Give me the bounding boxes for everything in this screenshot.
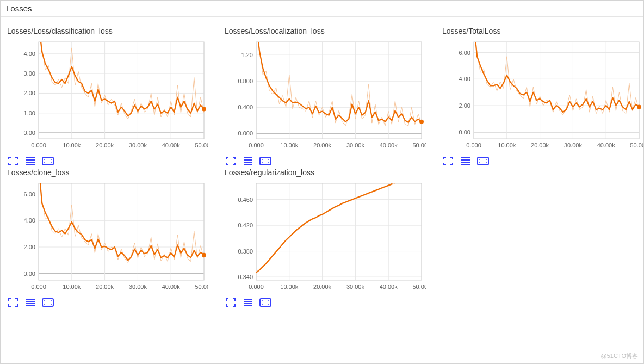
panel-classification: Losses/Loss/classification_loss0.001.002…: [7, 27, 214, 166]
svg-text:0.340: 0.340: [238, 274, 253, 280]
fit-icon[interactable]: [42, 298, 54, 307]
svg-text:0.420: 0.420: [238, 222, 253, 229]
panel-title: Losses/Loss/classification_loss: [7, 27, 214, 35]
svg-point-158: [268, 300, 269, 301]
svg-point-30: [44, 159, 45, 160]
svg-text:6.00: 6.00: [24, 191, 35, 198]
svg-point-129: [51, 304, 52, 305]
svg-text:40.00k: 40.00k: [597, 142, 616, 149]
expand-icon[interactable]: [225, 298, 237, 307]
svg-text:40.00k: 40.00k: [162, 283, 181, 290]
svg-text:20.00k: 20.00k: [96, 142, 114, 149]
svg-text:4.00: 4.00: [24, 217, 35, 224]
svg-text:3.00: 3.00: [24, 70, 35, 77]
svg-text:20.00k: 20.00k: [313, 283, 332, 290]
section-title[interactable]: Losses: [1, 1, 643, 17]
svg-text:0.00: 0.00: [24, 270, 35, 277]
svg-text:10.00k: 10.00k: [63, 142, 81, 149]
chart-toolbar: [7, 156, 214, 166]
list-icon[interactable]: [242, 156, 254, 166]
svg-text:50.00k: 50.00k: [195, 142, 208, 149]
svg-text:40.00k: 40.00k: [380, 142, 398, 149]
svg-point-128: [44, 304, 45, 305]
svg-rect-125: [42, 299, 53, 306]
svg-point-97: [486, 162, 487, 163]
svg-text:2.00: 2.00: [24, 90, 35, 96]
svg-text:30.00k: 30.00k: [564, 142, 583, 149]
svg-point-96: [479, 162, 480, 163]
chart-cloneloss[interactable]: 0.002.004.006.000.00010.00k20.00k30.00k4…: [7, 180, 208, 294]
chart-toolbar: [225, 298, 431, 307]
fit-icon[interactable]: [477, 156, 489, 166]
expand-icon[interactable]: [7, 156, 19, 166]
svg-text:50.00k: 50.00k: [412, 283, 426, 290]
svg-text:1.20: 1.20: [242, 52, 253, 58]
svg-point-32: [44, 162, 45, 163]
svg-text:1.00: 1.00: [24, 110, 35, 116]
svg-text:10.00k: 10.00k: [498, 142, 516, 149]
svg-rect-23: [39, 42, 204, 139]
svg-point-95: [486, 159, 487, 160]
svg-text:20.00k: 20.00k: [531, 142, 549, 149]
chart-totalloss[interactable]: 0.002.004.006.000.00010.00k20.00k30.00k4…: [442, 39, 643, 153]
chart-toolbar: [442, 156, 644, 166]
svg-text:30.00k: 30.00k: [129, 283, 147, 290]
svg-text:20.00k: 20.00k: [313, 142, 332, 149]
svg-text:30.00k: 30.00k: [129, 142, 147, 149]
list-icon[interactable]: [460, 156, 472, 166]
list-icon[interactable]: [24, 298, 36, 307]
svg-text:2.00: 2.00: [24, 244, 35, 250]
svg-text:10.00k: 10.00k: [280, 283, 299, 290]
svg-text:30.00k: 30.00k: [346, 283, 365, 290]
svg-rect-29: [42, 157, 53, 165]
svg-text:30.00k: 30.00k: [346, 142, 365, 149]
svg-text:0.000: 0.000: [249, 142, 264, 149]
svg-text:10.00k: 10.00k: [280, 142, 299, 149]
chart-localization[interactable]: 0.0000.4000.8001.200.00010.00k20.00k30.0…: [225, 39, 426, 153]
svg-text:0.800: 0.800: [238, 78, 253, 84]
expand-icon[interactable]: [225, 156, 237, 166]
expand-icon[interactable]: [7, 298, 19, 307]
fit-icon[interactable]: [259, 298, 271, 307]
svg-point-31: [51, 159, 52, 160]
list-icon[interactable]: [24, 156, 36, 166]
chart-regloss[interactable]: 0.3400.3800.4200.4600.00010.00k20.00k30.…: [225, 180, 426, 294]
svg-text:40.00k: 40.00k: [380, 283, 398, 290]
svg-point-64: [262, 162, 263, 163]
fit-icon[interactable]: [42, 156, 54, 166]
svg-rect-156: [260, 299, 271, 306]
svg-point-24: [202, 107, 206, 112]
svg-text:6.00: 6.00: [459, 50, 470, 56]
panel-grid: Losses/Loss/classification_loss0.001.002…: [1, 17, 643, 307]
chart-classification[interactable]: 0.001.002.003.004.000.00010.00k20.00k30.…: [7, 39, 208, 153]
svg-text:0.460: 0.460: [238, 196, 253, 203]
panel-title: Losses/clone_loss: [7, 168, 214, 177]
svg-point-94: [479, 159, 480, 160]
svg-point-33: [51, 162, 52, 163]
svg-point-56: [419, 120, 424, 124]
chart-toolbar: [225, 156, 431, 166]
svg-text:50.00k: 50.00k: [412, 142, 426, 149]
svg-point-126: [44, 300, 45, 301]
svg-point-65: [268, 162, 269, 163]
expand-icon[interactable]: [442, 156, 454, 166]
svg-point-160: [268, 304, 269, 305]
svg-point-157: [262, 300, 263, 301]
svg-point-62: [262, 159, 263, 160]
panel-localization: Losses/Loss/localization_loss0.0000.4000…: [225, 27, 431, 166]
fit-icon[interactable]: [259, 156, 271, 166]
watermark: @51CTO博客: [601, 352, 638, 360]
svg-point-159: [262, 304, 263, 305]
svg-text:0.000: 0.000: [31, 142, 46, 149]
dashboard-page: Losses Losses/Loss/classification_loss0.…: [0, 0, 644, 364]
panel-title: Losses/TotalLoss: [442, 27, 644, 35]
svg-text:0.000: 0.000: [249, 283, 264, 290]
svg-text:0.400: 0.400: [238, 104, 253, 110]
svg-point-63: [268, 159, 269, 160]
panel-cloneloss: Losses/clone_loss0.002.004.006.000.00010…: [7, 168, 214, 307]
svg-text:4.00: 4.00: [24, 51, 35, 57]
list-icon[interactable]: [242, 298, 254, 307]
svg-rect-93: [478, 157, 488, 165]
chart-toolbar: [7, 298, 214, 307]
svg-point-127: [51, 300, 52, 301]
